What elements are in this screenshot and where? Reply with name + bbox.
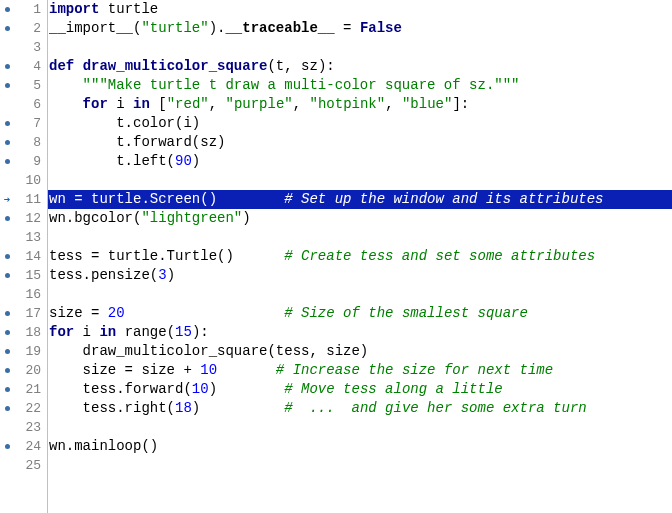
- code-token: wn.bgcolor(: [49, 210, 141, 226]
- code-line[interactable]: size = 20 # Size of the smallest square: [48, 304, 672, 323]
- breakpoint-column[interactable]: [0, 64, 14, 69]
- breakpoint-dot-icon: [5, 406, 10, 411]
- code-token: 10: [192, 381, 209, 397]
- code-line[interactable]: [48, 171, 672, 190]
- code-token: 20: [108, 305, 125, 321]
- code-line[interactable]: wn = turtle.Screen() # Set up the window…: [48, 190, 672, 209]
- breakpoint-column[interactable]: [0, 26, 14, 31]
- code-token: __traceable__: [225, 20, 334, 36]
- gutter-row[interactable]: 8: [0, 133, 47, 152]
- code-line[interactable]: """Make turtle t draw a multi-color squa…: [48, 76, 672, 95]
- code-line[interactable]: tess.forward(10) # Move tess along a lit…: [48, 380, 672, 399]
- code-line[interactable]: draw_multicolor_square(tess, size): [48, 342, 672, 361]
- breakpoint-column[interactable]: [0, 387, 14, 392]
- code-line[interactable]: tess.pensize(3): [48, 266, 672, 285]
- gutter-row[interactable]: 23: [0, 418, 47, 437]
- code-line[interactable]: for i in range(15):: [48, 323, 672, 342]
- code-line[interactable]: t.forward(sz): [48, 133, 672, 152]
- code-line[interactable]: for i in ["red", "purple", "hotpink", "b…: [48, 95, 672, 114]
- code-line[interactable]: wn.mainloop(): [48, 437, 672, 456]
- code-token: 90: [175, 153, 192, 169]
- code-line[interactable]: [48, 285, 672, 304]
- code-line[interactable]: __import__("turtle").__traceable__ = Fal…: [48, 19, 672, 38]
- breakpoint-column[interactable]: [0, 7, 14, 12]
- code-line[interactable]: t.left(90): [48, 152, 672, 171]
- gutter: 12345678910➔1112131415161718192021222324…: [0, 0, 48, 513]
- gutter-row[interactable]: 12: [0, 209, 47, 228]
- gutter-row[interactable]: 3: [0, 38, 47, 57]
- gutter-row[interactable]: 6: [0, 95, 47, 114]
- code-line[interactable]: t.color(i): [48, 114, 672, 133]
- gutter-row[interactable]: 18: [0, 323, 47, 342]
- breakpoint-dot-icon: [5, 140, 10, 145]
- breakpoint-column[interactable]: [0, 349, 14, 354]
- breakpoint-column[interactable]: [0, 254, 14, 259]
- gutter-row[interactable]: 21: [0, 380, 47, 399]
- code-line[interactable]: [48, 38, 672, 57]
- gutter-row[interactable]: 2: [0, 19, 47, 38]
- code-token: 10: [200, 362, 217, 378]
- execution-arrow-icon: ➔: [0, 193, 14, 206]
- code-token: # Size of the smallest square: [284, 305, 528, 321]
- breakpoint-dot-icon: [5, 273, 10, 278]
- gutter-row[interactable]: 9: [0, 152, 47, 171]
- code-token: "turtle": [141, 20, 208, 36]
- code-line[interactable]: [48, 456, 672, 475]
- code-token: ): [209, 381, 285, 397]
- code-line[interactable]: [48, 228, 672, 247]
- line-number: 17: [14, 306, 47, 321]
- code-token: tess.right(: [49, 400, 175, 416]
- code-token: # Increase the size for next time: [276, 362, 553, 378]
- breakpoint-column[interactable]: [0, 368, 14, 373]
- code-token: # Move tess along a little: [284, 381, 502, 397]
- code-line[interactable]: import turtle: [48, 0, 672, 19]
- breakpoint-column[interactable]: [0, 406, 14, 411]
- gutter-row[interactable]: 15: [0, 266, 47, 285]
- gutter-row[interactable]: 1: [0, 0, 47, 19]
- gutter-row[interactable]: 19: [0, 342, 47, 361]
- gutter-row[interactable]: 14: [0, 247, 47, 266]
- gutter-row[interactable]: 4: [0, 57, 47, 76]
- code-token: ): [242, 210, 250, 226]
- code-token: [125, 305, 285, 321]
- code-token: i: [74, 324, 99, 340]
- breakpoint-column[interactable]: [0, 273, 14, 278]
- line-number: 25: [14, 458, 47, 473]
- breakpoint-column[interactable]: [0, 159, 14, 164]
- code-line[interactable]: def draw_multicolor_square(t, sz):: [48, 57, 672, 76]
- line-number: 20: [14, 363, 47, 378]
- gutter-row[interactable]: 10: [0, 171, 47, 190]
- breakpoint-column[interactable]: [0, 311, 14, 316]
- gutter-row[interactable]: 22: [0, 399, 47, 418]
- breakpoint-column[interactable]: [0, 330, 14, 335]
- gutter-row[interactable]: 5: [0, 76, 47, 95]
- breakpoint-column[interactable]: [0, 121, 14, 126]
- code-token: # Create tess and set some attributes: [284, 248, 595, 264]
- gutter-row[interactable]: 17: [0, 304, 47, 323]
- breakpoint-dot-icon: [5, 216, 10, 221]
- breakpoint-column[interactable]: [0, 444, 14, 449]
- code-token: tess.pensize(: [49, 267, 158, 283]
- code-token: tess = turtle.Turtle(): [49, 248, 284, 264]
- code-token: range(: [116, 324, 175, 340]
- breakpoint-column[interactable]: [0, 83, 14, 88]
- gutter-row[interactable]: 13: [0, 228, 47, 247]
- breakpoint-column[interactable]: [0, 140, 14, 145]
- breakpoint-column[interactable]: [0, 216, 14, 221]
- code-line[interactable]: size = size + 10 # Increase the size for…: [48, 361, 672, 380]
- code-area[interactable]: import turtle__import__("turtle").__trac…: [48, 0, 672, 513]
- code-token: t.forward(sz): [49, 134, 225, 150]
- gutter-row[interactable]: 16: [0, 285, 47, 304]
- gutter-row[interactable]: 7: [0, 114, 47, 133]
- gutter-row[interactable]: 24: [0, 437, 47, 456]
- gutter-row[interactable]: 25: [0, 456, 47, 475]
- breakpoint-column[interactable]: ➔: [0, 193, 14, 206]
- code-line[interactable]: tess.right(18) # ... and give her some e…: [48, 399, 672, 418]
- gutter-row[interactable]: ➔11: [0, 190, 47, 209]
- code-line[interactable]: tess = turtle.Turtle() # Create tess and…: [48, 247, 672, 266]
- code-line[interactable]: [48, 418, 672, 437]
- line-number: 14: [14, 249, 47, 264]
- gutter-row[interactable]: 20: [0, 361, 47, 380]
- code-line[interactable]: wn.bgcolor("lightgreen"): [48, 209, 672, 228]
- breakpoint-dot-icon: [5, 159, 10, 164]
